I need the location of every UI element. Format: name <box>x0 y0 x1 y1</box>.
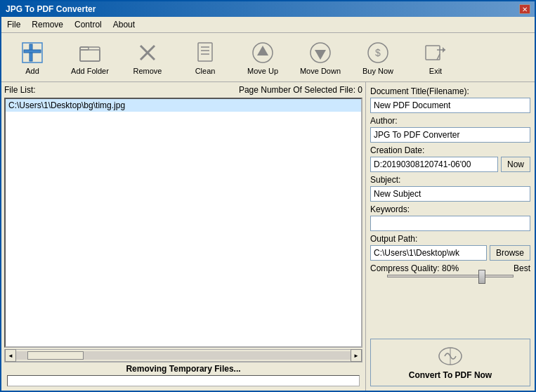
menu-bar: File Remove Control About <box>1 17 535 33</box>
add-folder-label: Add Folder <box>71 67 109 75</box>
move-down-button[interactable]: Move Down <box>292 34 348 80</box>
remove-icon <box>135 40 160 65</box>
clean-label: Clean <box>195 67 216 75</box>
toolbar: Add Add Folder Remove <box>1 33 535 82</box>
author-field: Author: <box>370 116 530 143</box>
creation-date-row: Now <box>370 157 530 172</box>
compress-label: Compress Quality: 80% <box>370 263 459 273</box>
menu-remove[interactable]: Remove <box>26 18 69 31</box>
output-path-row: Browse <box>370 245 530 261</box>
keywords-label: Keywords: <box>370 204 530 214</box>
list-item[interactable]: C:\Users\1\Desktop\bg\timg.jpg <box>6 99 361 112</box>
svg-marker-15 <box>315 50 326 60</box>
svg-rect-1 <box>24 50 41 53</box>
add-icon <box>20 40 45 65</box>
move-down-icon <box>308 40 333 65</box>
slider-track[interactable] <box>387 275 514 277</box>
menu-about[interactable]: About <box>107 18 140 31</box>
doc-title-label: Document Title(Filename): <box>370 86 530 96</box>
scroll-right-button[interactable]: ► <box>351 349 362 362</box>
progress-bar <box>7 375 360 386</box>
scrollbar-track <box>16 351 351 360</box>
clean-button[interactable]: Clean <box>177 34 233 80</box>
window-title: JPG To PDF Converter <box>6 4 96 14</box>
slider-area[interactable] <box>370 273 530 279</box>
svg-marker-13 <box>257 46 268 55</box>
buy-now-button[interactable]: $ Buy Now <box>350 34 406 80</box>
file-list-box[interactable]: C:\Users\1\Desktop\bg\timg.jpg <box>4 98 362 348</box>
convert-label: Convert To PDF Now <box>409 370 492 380</box>
h-scrollbar[interactable]: ◄ ► <box>4 349 362 362</box>
slider-thumb[interactable] <box>478 270 485 284</box>
move-up-icon <box>250 40 275 65</box>
creation-date-input[interactable] <box>370 157 498 172</box>
left-panel: File List: Page Number Of Selected File:… <box>1 82 366 391</box>
svg-marker-20 <box>443 47 445 53</box>
keywords-input[interactable] <box>370 216 530 231</box>
doc-title-input[interactable] <box>370 98 530 113</box>
menu-control[interactable]: Control <box>69 18 107 31</box>
move-up-button[interactable]: Move Up <box>235 34 291 80</box>
doc-title-field: Document Title(Filename): <box>370 86 530 113</box>
now-button[interactable]: Now <box>501 157 530 172</box>
compress-quality-area: Compress Quality: 80% Best <box>370 263 530 279</box>
add-label: Add <box>25 67 39 75</box>
subject-input[interactable] <box>370 186 530 202</box>
exit-button[interactable]: Exit <box>407 34 464 80</box>
buy-now-icon: $ <box>365 40 391 65</box>
subject-field: Subject: <box>370 175 530 202</box>
add-button[interactable]: Add <box>4 34 60 80</box>
scroll-left-button[interactable]: ◄ <box>5 349 16 362</box>
output-path-field: Output Path: Browse <box>370 234 530 261</box>
author-label: Author: <box>370 116 530 126</box>
right-panel: Document Title(Filename): Author: Creati… <box>366 82 535 391</box>
creation-date-field: Creation Date: Now <box>370 145 530 172</box>
main-area: File List: Page Number Of Selected File:… <box>1 82 535 391</box>
status-message: Removing Temporary Files... <box>7 364 360 374</box>
exit-icon <box>423 40 448 65</box>
best-label: Best <box>514 263 530 273</box>
svg-rect-3 <box>80 47 100 61</box>
file-list-label: File List: <box>4 85 36 95</box>
browse-button[interactable]: Browse <box>490 245 530 261</box>
creation-date-label: Creation Date: <box>370 145 530 155</box>
convert-button[interactable]: Convert To PDF Now <box>370 339 530 386</box>
author-input[interactable] <box>370 127 530 143</box>
page-number-label: Page Number Of Selected File: 0 <box>239 85 362 95</box>
scrollbar-thumb[interactable] <box>27 351 84 360</box>
output-path-label: Output Path: <box>370 234 530 244</box>
remove-label: Remove <box>133 67 162 75</box>
compress-row: Compress Quality: 80% Best <box>370 263 530 273</box>
convert-icon <box>436 345 464 367</box>
main-window: JPG To PDF Converter ✕ File Remove Contr… <box>0 0 536 392</box>
subject-label: Subject: <box>370 175 530 185</box>
clean-icon <box>192 40 218 65</box>
svg-text:$: $ <box>375 47 381 58</box>
buy-now-label: Buy Now <box>362 67 393 75</box>
close-button[interactable]: ✕ <box>519 4 530 14</box>
add-folder-icon <box>77 40 103 65</box>
menu-file[interactable]: File <box>1 18 26 31</box>
title-bar: JPG To PDF Converter ✕ <box>1 1 535 17</box>
file-list-header: File List: Page Number Of Selected File:… <box>4 85 362 95</box>
remove-button[interactable]: Remove <box>119 34 176 80</box>
move-down-label: Move Down <box>300 67 341 75</box>
move-up-label: Move Up <box>247 67 278 75</box>
svg-rect-5 <box>80 47 89 50</box>
status-bar: Removing Temporary Files... <box>4 362 362 388</box>
keywords-field: Keywords: <box>370 204 530 231</box>
output-path-input[interactable] <box>370 245 487 261</box>
add-folder-button[interactable]: Add Folder <box>62 34 118 80</box>
svg-rect-8 <box>198 43 212 61</box>
svg-rect-4 <box>80 50 100 61</box>
exit-label: Exit <box>429 67 442 75</box>
